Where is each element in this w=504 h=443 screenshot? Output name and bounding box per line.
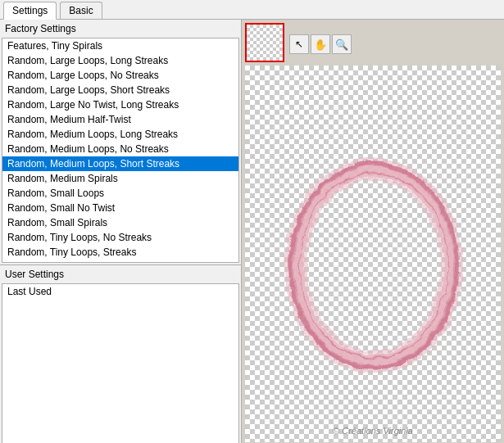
left-panel: Factory Settings Features, Tiny SpiralsR… bbox=[0, 20, 242, 443]
right-panel: ↖ ✋ 🔍 bbox=[242, 20, 504, 443]
main-layout: Factory Settings Features, Tiny SpiralsR… bbox=[0, 20, 504, 443]
factory-list-item[interactable]: Random, Medium Half-Twist bbox=[2, 112, 238, 127]
arrow-tool-button[interactable]: ↖ bbox=[289, 34, 309, 54]
watermark: © Créations Virginia bbox=[333, 426, 413, 436]
factory-list-item[interactable]: Random, Large Loops, Short Streaks bbox=[2, 83, 238, 97]
hand-icon: ✋ bbox=[314, 38, 327, 51]
factory-list-item[interactable]: Random, Medium Loops, Short Streaks bbox=[2, 156, 238, 171]
factory-list-item[interactable]: Random, Small Loops bbox=[2, 186, 238, 201]
user-section: User Settings Last Used bbox=[0, 265, 241, 443]
factory-section-header: Factory Settings bbox=[0, 20, 241, 38]
factory-list-item[interactable]: Features, Tiny Spirals bbox=[2, 38, 238, 53]
oval-ring-preview bbox=[283, 155, 463, 376]
canvas-area: © Créations Virginia bbox=[245, 66, 501, 442]
factory-list-item[interactable]: Random, Small Spirals bbox=[2, 215, 238, 230]
factory-list-item[interactable]: Random, Medium Loops, No Streaks bbox=[2, 142, 238, 156]
right-toolbar: ↖ ✋ 🔍 bbox=[242, 20, 504, 66]
tab-settings[interactable]: Settings bbox=[3, 2, 57, 20]
factory-section: Factory Settings Features, Tiny SpiralsR… bbox=[0, 20, 241, 265]
zoom-tool-button[interactable]: 🔍 bbox=[332, 34, 352, 54]
magnify-icon: 🔍 bbox=[335, 38, 348, 51]
factory-list-item[interactable]: Random, Medium Spirals bbox=[2, 171, 238, 186]
user-list-item[interactable]: Last Used bbox=[2, 284, 238, 299]
tab-bar: Settings Basic bbox=[0, 0, 504, 20]
tab-basic[interactable]: Basic bbox=[60, 2, 102, 19]
svg-point-2 bbox=[295, 169, 451, 362]
factory-list[interactable]: Features, Tiny SpiralsRandom, Large Loop… bbox=[2, 38, 239, 263]
factory-list-item[interactable]: Random, Large Loops, Long Streaks bbox=[2, 53, 238, 68]
preview-thumbnail bbox=[245, 23, 284, 62]
hand-tool-button[interactable]: ✋ bbox=[311, 34, 330, 54]
factory-list-item[interactable]: Random, Small No Twist bbox=[2, 201, 238, 215]
factory-list-item[interactable]: Random, Tiny Loops, Streaks bbox=[2, 245, 238, 260]
factory-list-item[interactable]: Random, Large Loops, No Streaks bbox=[2, 68, 238, 83]
factory-list-item[interactable]: Random, Large No Twist, Long Streaks bbox=[2, 97, 238, 112]
factory-list-item[interactable]: Random, Medium Loops, Long Streaks bbox=[2, 127, 238, 142]
user-list[interactable]: Last Used bbox=[2, 283, 239, 443]
tool-buttons: ↖ ✋ 🔍 bbox=[289, 23, 352, 54]
arrow-icon: ↖ bbox=[295, 38, 303, 50]
factory-list-item[interactable]: Random, Tiny Loops, No Streaks bbox=[2, 230, 238, 245]
user-section-header: User Settings bbox=[0, 265, 241, 283]
svg-point-3 bbox=[301, 175, 445, 355]
svg-point-4 bbox=[291, 164, 455, 367]
